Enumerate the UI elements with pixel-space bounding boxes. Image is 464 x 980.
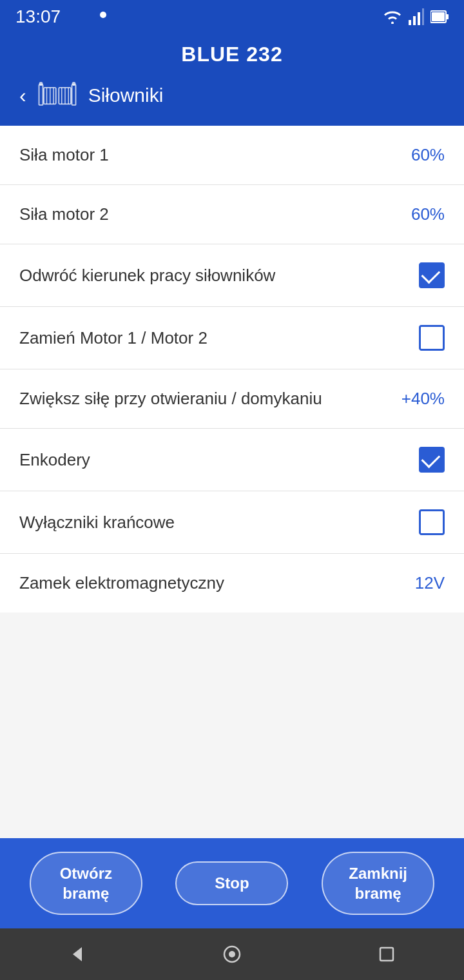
open-gate-button[interactable]: Otwórz bramę — [30, 852, 142, 915]
settings-list: Siła motor 1 60% Siła motor 2 60% Odwróć… — [0, 126, 464, 612]
app-title: BLUE 232 — [0, 43, 464, 66]
item-value-em-lock: 12V — [415, 573, 445, 593]
action-bar: Otwórz bramę Stop Zamknij bramę — [0, 838, 464, 928]
checkbox-reverse-direction[interactable] — [419, 262, 445, 288]
list-item[interactable]: Enkodery — [0, 429, 464, 491]
svg-point-9 — [39, 82, 43, 86]
close-gate-button[interactable]: Zamknij bramę — [322, 852, 434, 915]
item-label-em-lock: Zamek elektromagnetyczny — [19, 572, 402, 594]
svg-rect-8 — [72, 84, 75, 105]
item-label-encoders: Enkodery — [19, 449, 406, 471]
item-value-motor2-force: 60% — [411, 204, 445, 224]
recents-nav-button[interactable] — [367, 935, 406, 974]
status-icons — [383, 8, 449, 25]
svg-rect-0 — [409, 20, 411, 25]
list-item: Siła motor 2 60% — [0, 185, 464, 244]
svg-rect-2 — [418, 12, 420, 25]
stop-button[interactable]: Stop — [175, 861, 288, 905]
gate-icon — [38, 78, 77, 113]
svg-rect-5 — [432, 12, 445, 21]
back-nav-button[interactable] — [58, 935, 97, 974]
notification-dot — [100, 12, 106, 18]
svg-point-21 — [229, 951, 235, 957]
list-item[interactable]: Zamień Motor 1 / Motor 2 — [0, 307, 464, 369]
battery-icon — [430, 10, 449, 24]
system-nav-bar — [0, 928, 464, 980]
item-label-increase-force: Zwiększ siłę przy otwieraniu / domykaniu — [19, 387, 389, 410]
svg-marker-19 — [73, 947, 82, 961]
checkbox-encoders[interactable] — [419, 447, 445, 473]
status-bar: 13:07 — [0, 0, 464, 34]
svg-rect-22 — [380, 948, 393, 961]
item-label-motor2-force: Siła motor 2 — [19, 203, 398, 226]
signal-icon — [409, 8, 424, 25]
list-item: Zwiększ siłę przy otwieraniu / domykaniu… — [0, 369, 464, 429]
item-label-motor1-force: Siła motor 1 — [19, 144, 398, 166]
header-nav: ‹ Siłowniki — [0, 78, 464, 113]
item-value-motor1-force: 60% — [411, 145, 445, 165]
list-item[interactable]: Wyłączniki krańcowe — [0, 491, 464, 554]
home-nav-button[interactable] — [213, 935, 251, 974]
svg-point-10 — [72, 82, 75, 86]
item-label-reverse-direction: Odwróć kierunek pracy siłowników — [19, 264, 406, 287]
list-item: Siła motor 1 60% — [0, 126, 464, 185]
svg-rect-7 — [39, 84, 43, 105]
svg-rect-6 — [446, 14, 449, 19]
list-item[interactable]: Odwróć kierunek pracy siłowników — [0, 244, 464, 307]
checkbox-limit-switches[interactable] — [419, 509, 445, 535]
checkbox-swap-motors[interactable] — [419, 325, 445, 351]
svg-rect-1 — [413, 16, 416, 25]
item-label-swap-motors: Zamień Motor 1 / Motor 2 — [19, 327, 406, 349]
item-value-increase-force: +40% — [401, 389, 445, 409]
svg-rect-3 — [422, 8, 424, 25]
back-button[interactable]: ‹ — [19, 84, 26, 108]
list-item: Zamek elektromagnetyczny 12V — [0, 554, 464, 612]
app-header: BLUE 232 ‹ Siłow — [0, 34, 464, 126]
nav-label: Siłowniki — [88, 84, 164, 106]
status-time: 13:07 — [15, 6, 61, 27]
item-label-limit-switches: Wyłączniki krańcowe — [19, 511, 406, 534]
wifi-icon — [383, 10, 402, 24]
